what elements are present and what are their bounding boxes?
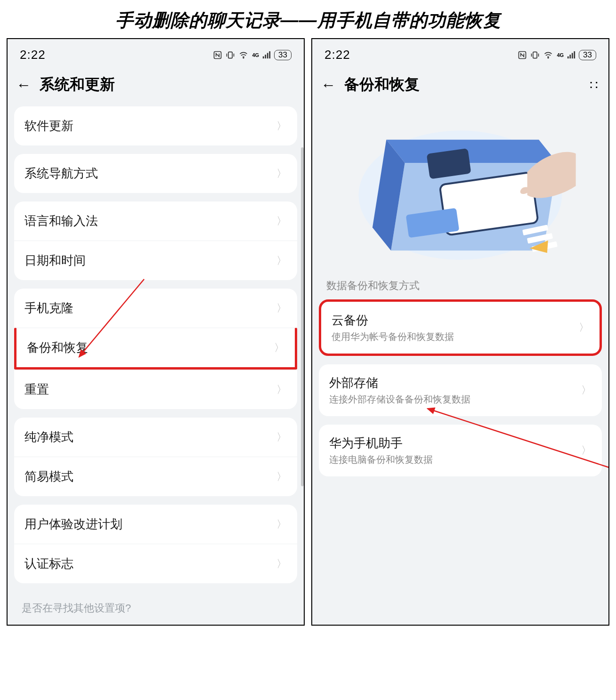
svg-point-2 (243, 57, 244, 58)
chevron-right-icon: 〉 (276, 383, 287, 397)
menu-simple-mode[interactable]: 简易模式 〉 (14, 457, 297, 496)
status-bar: 2:22 4G 33 (8, 39, 304, 65)
menu-date-time[interactable]: 日期和时间 〉 (14, 241, 297, 280)
menu-system-navigation[interactable]: 系统导航方式 〉 (14, 154, 297, 193)
menu-label: 日期和时间 (24, 252, 86, 269)
menu-label: 云备份 (332, 312, 454, 329)
header-title: 系统和更新 (40, 74, 115, 95)
signal-4g-icon: 4G (557, 52, 564, 58)
chevron-right-icon: 〉 (276, 119, 287, 133)
menu-backup-restore[interactable]: 备份和恢复 〉 (14, 328, 297, 370)
screenshot-right: 2:22 4G 33 ← 备份和恢复 ∷ (311, 38, 609, 626)
chevron-right-icon: 〉 (276, 301, 287, 315)
menu-label: 简易模式 (24, 468, 73, 485)
wifi-icon (238, 50, 249, 60)
svg-rect-6 (269, 51, 270, 58)
back-button[interactable]: ← (16, 76, 31, 94)
back-button[interactable]: ← (321, 76, 336, 94)
menu-sublabel: 连接电脑备份和恢复数据 (329, 453, 433, 466)
menu-label: 外部存储 (329, 375, 470, 391)
signal-4g-icon: 4G (252, 52, 259, 58)
svg-rect-5 (267, 53, 268, 58)
status-bar: 2:22 4G 33 (312, 39, 608, 65)
menu-label: 重置 (24, 381, 49, 398)
menu-software-update[interactable]: 软件更新 〉 (14, 106, 297, 145)
chevron-right-icon: 〉 (579, 321, 589, 335)
menu-label: 华为手机助手 (329, 435, 433, 451)
svg-rect-3 (263, 56, 264, 58)
nfc-icon (213, 50, 222, 60)
chevron-right-icon: 〉 (276, 214, 287, 228)
menu-label: 手机克隆 (24, 300, 73, 316)
menu-label: 系统导航方式 (24, 165, 98, 182)
menu-hisuite[interactable]: 华为手机助手 连接电脑备份和恢复数据 〉 (319, 425, 602, 476)
menu-user-experience[interactable]: 用户体验改进计划 〉 (14, 505, 297, 544)
section-label: 数据备份和恢复方式 (312, 274, 608, 299)
menu-language-input[interactable]: 语言和输入法 〉 (14, 201, 297, 241)
menu-sublabel: 连接外部存储设备备份和恢复数据 (329, 393, 470, 406)
header-left: ← 系统和更新 (8, 65, 304, 106)
chevron-right-icon: 〉 (276, 167, 287, 181)
menu-pure-mode[interactable]: 纯净模式 〉 (14, 418, 297, 457)
vibrate-icon (226, 50, 235, 60)
svg-point-10 (548, 57, 549, 58)
menu-label: 软件更新 (24, 118, 73, 134)
svg-rect-4 (265, 55, 266, 58)
menu-external-storage[interactable]: 外部存储 连接外部存储设备备份和恢复数据 〉 (319, 364, 602, 416)
battery-icon: 33 (274, 50, 292, 60)
svg-rect-9 (533, 52, 537, 58)
svg-rect-12 (569, 55, 571, 58)
menu-label: 用户体验改进计划 (24, 516, 122, 532)
chevron-right-icon: 〉 (274, 341, 284, 355)
vibrate-icon (530, 50, 540, 60)
chevron-right-icon: 〉 (581, 443, 592, 458)
search-other-settings-hint: 是否在寻找其他设置项? (8, 592, 304, 625)
menu-label: 语言和输入法 (24, 213, 98, 229)
signal-bars-icon (567, 51, 575, 59)
chevron-right-icon: 〉 (581, 383, 592, 397)
chevron-right-icon: 〉 (276, 430, 287, 444)
chevron-right-icon: 〉 (276, 557, 287, 571)
page-main-title: 手动删除的聊天记录——用手机自带的功能恢复 (0, 0, 616, 38)
status-time: 2:22 (20, 48, 46, 62)
svg-rect-1 (228, 52, 232, 58)
nfc-icon (518, 50, 527, 60)
svg-rect-11 (567, 56, 569, 58)
menu-label: 认证标志 (24, 555, 73, 572)
menu-cloud-backup[interactable]: 云备份 使用华为帐号备份和恢复数据 〉 (321, 302, 600, 354)
battery-icon: 33 (579, 50, 596, 60)
svg-rect-14 (574, 51, 575, 58)
status-icons: 4G 33 (213, 50, 292, 60)
menu-reset[interactable]: 重置 〉 (14, 370, 297, 409)
signal-bars-icon (262, 51, 271, 59)
scrollbar[interactable] (301, 147, 304, 486)
chevron-right-icon: 〉 (276, 517, 287, 531)
menu-label: 纯净模式 (24, 429, 73, 445)
status-icons: 4G 33 (518, 50, 596, 60)
menu-sublabel: 使用华为帐号备份和恢复数据 (332, 330, 454, 343)
screenshot-left: 2:22 4G 33 ← 系统和更新 软件更新 〉 (7, 38, 305, 626)
header-title: 备份和恢复 (344, 74, 420, 95)
chevron-right-icon: 〉 (276, 254, 287, 268)
header-right: ← 备份和恢复 ∷ (312, 65, 608, 106)
menu-certification[interactable]: 认证标志 〉 (14, 544, 297, 583)
svg-rect-13 (572, 53, 573, 58)
status-time: 2:22 (324, 48, 350, 62)
hero-illustration (312, 106, 608, 274)
menu-phone-clone[interactable]: 手机克隆 〉 (14, 289, 297, 328)
chevron-right-icon: 〉 (276, 470, 287, 484)
more-button[interactable]: ∷ (590, 77, 600, 93)
menu-label: 备份和恢复 (27, 339, 88, 356)
wifi-icon (543, 50, 553, 60)
